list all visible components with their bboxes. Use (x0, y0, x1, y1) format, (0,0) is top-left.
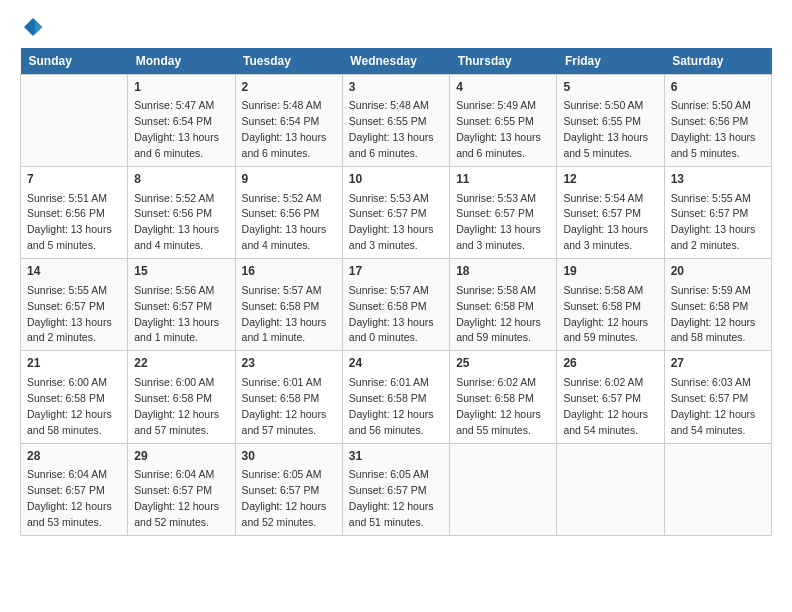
day-info: Sunrise: 5:52 AM Sunset: 6:56 PM Dayligh… (134, 192, 219, 252)
day-number: 30 (242, 448, 336, 465)
calendar-week-1: 1Sunrise: 5:47 AM Sunset: 6:54 PM Daylig… (21, 75, 772, 167)
day-info: Sunrise: 5:50 AM Sunset: 6:55 PM Dayligh… (563, 99, 648, 159)
calendar-header: SundayMondayTuesdayWednesdayThursdayFrid… (21, 48, 772, 75)
day-info: Sunrise: 6:05 AM Sunset: 6:57 PM Dayligh… (349, 468, 434, 528)
logo (20, 20, 44, 34)
calendar-cell: 10Sunrise: 5:53 AM Sunset: 6:57 PM Dayli… (342, 167, 449, 259)
calendar-week-5: 28Sunrise: 6:04 AM Sunset: 6:57 PM Dayli… (21, 443, 772, 535)
calendar-table: SundayMondayTuesdayWednesdayThursdayFrid… (20, 48, 772, 536)
day-number: 13 (671, 171, 765, 188)
day-number: 15 (134, 263, 228, 280)
day-info: Sunrise: 5:49 AM Sunset: 6:55 PM Dayligh… (456, 99, 541, 159)
day-number: 21 (27, 355, 121, 372)
calendar-cell: 16Sunrise: 5:57 AM Sunset: 6:58 PM Dayli… (235, 259, 342, 351)
day-info: Sunrise: 6:03 AM Sunset: 6:57 PM Dayligh… (671, 376, 756, 436)
calendar-cell (450, 443, 557, 535)
calendar-week-2: 7Sunrise: 5:51 AM Sunset: 6:56 PM Daylig… (21, 167, 772, 259)
day-info: Sunrise: 6:00 AM Sunset: 6:58 PM Dayligh… (27, 376, 112, 436)
day-number: 31 (349, 448, 443, 465)
calendar-cell: 28Sunrise: 6:04 AM Sunset: 6:57 PM Dayli… (21, 443, 128, 535)
day-number: 26 (563, 355, 657, 372)
day-info: Sunrise: 6:01 AM Sunset: 6:58 PM Dayligh… (242, 376, 327, 436)
day-number: 29 (134, 448, 228, 465)
calendar-cell: 15Sunrise: 5:56 AM Sunset: 6:57 PM Dayli… (128, 259, 235, 351)
day-info: Sunrise: 6:00 AM Sunset: 6:58 PM Dayligh… (134, 376, 219, 436)
day-info: Sunrise: 5:54 AM Sunset: 6:57 PM Dayligh… (563, 192, 648, 252)
calendar-cell: 5Sunrise: 5:50 AM Sunset: 6:55 PM Daylig… (557, 75, 664, 167)
day-number: 17 (349, 263, 443, 280)
day-number: 19 (563, 263, 657, 280)
calendar-cell: 4Sunrise: 5:49 AM Sunset: 6:55 PM Daylig… (450, 75, 557, 167)
day-info: Sunrise: 6:01 AM Sunset: 6:58 PM Dayligh… (349, 376, 434, 436)
day-number: 1 (134, 79, 228, 96)
day-number: 20 (671, 263, 765, 280)
day-number: 3 (349, 79, 443, 96)
day-number: 25 (456, 355, 550, 372)
calendar-cell: 27Sunrise: 6:03 AM Sunset: 6:57 PM Dayli… (664, 351, 771, 443)
day-number: 14 (27, 263, 121, 280)
calendar-cell: 25Sunrise: 6:02 AM Sunset: 6:58 PM Dayli… (450, 351, 557, 443)
calendar-cell: 13Sunrise: 5:55 AM Sunset: 6:57 PM Dayli… (664, 167, 771, 259)
day-number: 18 (456, 263, 550, 280)
day-info: Sunrise: 6:05 AM Sunset: 6:57 PM Dayligh… (242, 468, 327, 528)
day-info: Sunrise: 5:57 AM Sunset: 6:58 PM Dayligh… (242, 284, 327, 344)
day-number: 10 (349, 171, 443, 188)
day-info: Sunrise: 6:02 AM Sunset: 6:57 PM Dayligh… (563, 376, 648, 436)
calendar-cell: 23Sunrise: 6:01 AM Sunset: 6:58 PM Dayli… (235, 351, 342, 443)
day-number: 5 (563, 79, 657, 96)
weekday-header-saturday: Saturday (664, 48, 771, 75)
day-info: Sunrise: 5:55 AM Sunset: 6:57 PM Dayligh… (27, 284, 112, 344)
day-info: Sunrise: 5:57 AM Sunset: 6:58 PM Dayligh… (349, 284, 434, 344)
calendar-cell: 3Sunrise: 5:48 AM Sunset: 6:55 PM Daylig… (342, 75, 449, 167)
day-info: Sunrise: 6:04 AM Sunset: 6:57 PM Dayligh… (134, 468, 219, 528)
calendar-cell: 7Sunrise: 5:51 AM Sunset: 6:56 PM Daylig… (21, 167, 128, 259)
day-info: Sunrise: 5:58 AM Sunset: 6:58 PM Dayligh… (456, 284, 541, 344)
logo-icon (22, 16, 44, 38)
weekday-header-wednesday: Wednesday (342, 48, 449, 75)
calendar-cell: 17Sunrise: 5:57 AM Sunset: 6:58 PM Dayli… (342, 259, 449, 351)
calendar-cell: 22Sunrise: 6:00 AM Sunset: 6:58 PM Dayli… (128, 351, 235, 443)
calendar-cell (557, 443, 664, 535)
day-info: Sunrise: 5:59 AM Sunset: 6:58 PM Dayligh… (671, 284, 756, 344)
calendar-cell: 20Sunrise: 5:59 AM Sunset: 6:58 PM Dayli… (664, 259, 771, 351)
weekday-header-friday: Friday (557, 48, 664, 75)
day-info: Sunrise: 5:48 AM Sunset: 6:55 PM Dayligh… (349, 99, 434, 159)
calendar-week-4: 21Sunrise: 6:00 AM Sunset: 6:58 PM Dayli… (21, 351, 772, 443)
calendar-cell: 1Sunrise: 5:47 AM Sunset: 6:54 PM Daylig… (128, 75, 235, 167)
calendar-cell: 24Sunrise: 6:01 AM Sunset: 6:58 PM Dayli… (342, 351, 449, 443)
day-info: Sunrise: 5:51 AM Sunset: 6:56 PM Dayligh… (27, 192, 112, 252)
day-info: Sunrise: 5:55 AM Sunset: 6:57 PM Dayligh… (671, 192, 756, 252)
day-number: 23 (242, 355, 336, 372)
day-number: 24 (349, 355, 443, 372)
day-info: Sunrise: 5:53 AM Sunset: 6:57 PM Dayligh… (456, 192, 541, 252)
day-info: Sunrise: 5:52 AM Sunset: 6:56 PM Dayligh… (242, 192, 327, 252)
day-info: Sunrise: 5:53 AM Sunset: 6:57 PM Dayligh… (349, 192, 434, 252)
day-number: 12 (563, 171, 657, 188)
calendar-cell: 31Sunrise: 6:05 AM Sunset: 6:57 PM Dayli… (342, 443, 449, 535)
weekday-header-sunday: Sunday (21, 48, 128, 75)
day-info: Sunrise: 5:58 AM Sunset: 6:58 PM Dayligh… (563, 284, 648, 344)
calendar-cell: 26Sunrise: 6:02 AM Sunset: 6:57 PM Dayli… (557, 351, 664, 443)
day-number: 28 (27, 448, 121, 465)
calendar-cell: 2Sunrise: 5:48 AM Sunset: 6:54 PM Daylig… (235, 75, 342, 167)
day-number: 27 (671, 355, 765, 372)
day-info: Sunrise: 6:04 AM Sunset: 6:57 PM Dayligh… (27, 468, 112, 528)
weekday-header-tuesday: Tuesday (235, 48, 342, 75)
day-number: 9 (242, 171, 336, 188)
calendar-week-3: 14Sunrise: 5:55 AM Sunset: 6:57 PM Dayli… (21, 259, 772, 351)
calendar-cell: 8Sunrise: 5:52 AM Sunset: 6:56 PM Daylig… (128, 167, 235, 259)
calendar-cell: 21Sunrise: 6:00 AM Sunset: 6:58 PM Dayli… (21, 351, 128, 443)
calendar-body: 1Sunrise: 5:47 AM Sunset: 6:54 PM Daylig… (21, 75, 772, 536)
calendar-cell (21, 75, 128, 167)
day-number: 8 (134, 171, 228, 188)
day-number: 7 (27, 171, 121, 188)
calendar-cell: 29Sunrise: 6:04 AM Sunset: 6:57 PM Dayli… (128, 443, 235, 535)
calendar-cell: 19Sunrise: 5:58 AM Sunset: 6:58 PM Dayli… (557, 259, 664, 351)
weekday-header-thursday: Thursday (450, 48, 557, 75)
day-number: 22 (134, 355, 228, 372)
day-number: 11 (456, 171, 550, 188)
calendar-cell: 18Sunrise: 5:58 AM Sunset: 6:58 PM Dayli… (450, 259, 557, 351)
calendar-cell: 6Sunrise: 5:50 AM Sunset: 6:56 PM Daylig… (664, 75, 771, 167)
day-number: 6 (671, 79, 765, 96)
calendar-cell: 30Sunrise: 6:05 AM Sunset: 6:57 PM Dayli… (235, 443, 342, 535)
